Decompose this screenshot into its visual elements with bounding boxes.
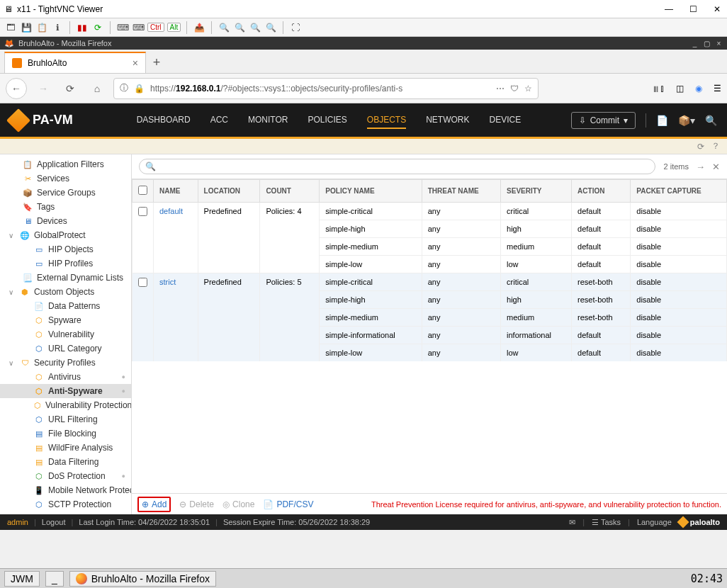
row-checkbox[interactable] <box>138 207 147 216</box>
transfer-icon[interactable]: 📤 <box>193 21 205 34</box>
pdfcsv-button[interactable]: 📄PDF/CSV <box>263 499 313 509</box>
new-tab-button[interactable]: + <box>146 52 167 73</box>
sidebar-item-hip-objects[interactable]: ▭HIP Objects <box>0 242 131 256</box>
sidebar-icon[interactable]: ◫ <box>676 84 684 94</box>
delete-button[interactable]: ⊖Delete <box>179 499 214 509</box>
pause-icon[interactable]: ▮▮ <box>76 21 89 34</box>
clear-icon[interactable]: ✕ <box>712 162 720 172</box>
tab-bruhloalto[interactable]: BruhloAlto × <box>4 52 146 73</box>
sidebar-item-application-filters[interactable]: 📋Application Filters <box>0 157 131 171</box>
sync-icon[interactable]: ⟳ <box>697 142 704 152</box>
save-icon[interactable]: 💾 <box>20 21 33 34</box>
profile-link[interactable]: default <box>159 207 183 215</box>
taskbar-app-firefox[interactable]: BruhloAlto - Mozilla Firefox <box>69 571 216 587</box>
nav-monitor[interactable]: MONITOR <box>248 112 288 129</box>
fullscreen-icon[interactable]: ⛶ <box>289 21 302 34</box>
search-input[interactable]: 🔍 <box>139 159 655 174</box>
url-bar[interactable]: ⓘ 🔒 https://192.168.0.1/?#objects::vsys1… <box>113 78 539 99</box>
sidebar-item-vulnerability[interactable]: ⬡Vulnerability <box>0 327 131 341</box>
nav-objects[interactable]: OBJECTS <box>367 112 406 129</box>
sidebar-item-url-filtering[interactable]: ⬡URL Filtering <box>0 412 131 426</box>
table-row[interactable]: defaultPredefinedPolicies: 4simple-criti… <box>133 203 727 220</box>
col-name[interactable]: NAME <box>154 180 198 203</box>
add-button[interactable]: ⊕Add <box>137 497 171 512</box>
col-count[interactable]: COUNT <box>260 180 320 203</box>
nav-policies[interactable]: POLICIES <box>308 112 346 129</box>
zoom-in-icon[interactable]: 🔍 <box>218 21 230 34</box>
minimize-button[interactable]: — <box>663 4 675 15</box>
sidebar-item-dos-protection[interactable]: ⬡DoS Protection● <box>0 469 131 483</box>
info-icon[interactable]: ℹ <box>51 21 64 34</box>
nav-acc[interactable]: ACC <box>210 112 228 129</box>
mail-icon[interactable]: ✉ <box>569 518 575 527</box>
search-icon[interactable]: 🔍 <box>705 115 717 126</box>
sidebar-item-service-groups[interactable]: 📦Service Groups <box>0 186 131 200</box>
profile-link[interactable]: strict <box>159 278 176 286</box>
sidebar-item-custom-objects[interactable]: ∨⬢Custom Objects <box>0 285 131 299</box>
back-button[interactable]: ← <box>6 78 27 99</box>
ctrl-esc-icon[interactable]: ⌨ <box>132 21 145 34</box>
sidebar-item-devices[interactable]: 🖥Devices <box>0 214 131 228</box>
col-action[interactable]: ACTION <box>572 180 631 203</box>
nav-network[interactable]: NETWORK <box>426 112 469 129</box>
language-link[interactable]: Language <box>637 518 672 526</box>
tracking-icon[interactable]: 🛡 <box>510 84 519 94</box>
sidebar-item-tags[interactable]: 🔖Tags <box>0 200 131 214</box>
object-icon[interactable]: 📦▾ <box>678 115 695 126</box>
cad-icon[interactable]: ⌨ <box>116 21 129 34</box>
zoom-100-icon[interactable]: 🔍 <box>249 21 261 34</box>
ff-min-button[interactable]: _ <box>691 40 699 47</box>
config-icon[interactable]: 📄 <box>656 115 668 126</box>
tasks-link[interactable]: ☰ Tasks <box>592 518 621 527</box>
sidebar-item-vulnerability-protection[interactable]: ⬡Vulnerability Protection● <box>0 398 131 412</box>
sidebar-item-file-blocking[interactable]: ▤File Blocking <box>0 426 131 441</box>
zoom-auto-icon[interactable]: 🔍 <box>264 21 277 34</box>
help-icon[interactable]: ？ <box>711 140 720 152</box>
sidebar-item-sctp-protection[interactable]: ⬡SCTP Protection <box>0 497 131 511</box>
goto-icon[interactable]: → <box>696 162 705 172</box>
col-policy[interactable]: POLICY NAME <box>320 180 422 203</box>
table-row[interactable]: strictPredefinedPolicies: 5simple-critic… <box>133 273 727 291</box>
row-checkbox[interactable] <box>138 278 147 287</box>
site-info-icon[interactable]: ⓘ <box>120 82 128 94</box>
close-button[interactable]: ✕ <box>711 4 723 15</box>
nav-device[interactable]: DEVICE <box>490 112 522 129</box>
home-button[interactable]: ⌂ <box>86 78 108 99</box>
col-severity[interactable]: SEVERITY <box>501 180 572 203</box>
commit-button[interactable]: ⇩Commit▾ <box>571 112 636 129</box>
sidebar-item-mobile-network-protect[interactable]: 📱Mobile Network Protect <box>0 483 131 497</box>
sidebar-item-external-dynamic-lists[interactable]: 📃External Dynamic Lists <box>0 271 131 285</box>
select-all-checkbox[interactable] <box>138 186 147 195</box>
reload-button[interactable]: ⟳ <box>60 78 81 99</box>
ff-close-button[interactable]: × <box>715 40 723 47</box>
alt-key[interactable]: Alt <box>167 23 181 32</box>
sidebar-item-data-filtering[interactable]: ▤Data Filtering <box>0 455 131 469</box>
bookmark-icon[interactable]: ☆ <box>524 84 532 94</box>
tab-close-icon[interactable]: × <box>133 57 138 69</box>
sidebar-item-spyware[interactable]: ⬡Spyware <box>0 313 131 327</box>
options-icon[interactable]: 📋 <box>35 21 48 34</box>
ff-max-button[interactable]: ▢ <box>703 40 711 47</box>
col-threat[interactable]: THREAT NAME <box>422 180 500 203</box>
sidebar-item-url-category[interactable]: ⬡URL Category <box>0 341 131 356</box>
sidebar-item-security-profiles[interactable]: ∨🛡Security Profiles <box>0 356 131 370</box>
menu-icon[interactable]: ☰ <box>714 84 721 94</box>
sidebar-item-hip-profiles[interactable]: ▭HIP Profiles <box>0 256 131 271</box>
clone-button[interactable]: ◎Clone <box>222 499 254 509</box>
nav-dashboard[interactable]: DASHBOARD <box>137 112 191 129</box>
sidebar-item-data-patterns[interactable]: 📄Data Patterns <box>0 299 131 313</box>
new-connection-icon[interactable]: 🗔 <box>4 21 17 34</box>
maximize-button[interactable]: ☐ <box>687 4 699 15</box>
sidebar-item-anti-spyware[interactable]: ⬡Anti-Spyware● <box>0 384 131 398</box>
logout-link[interactable]: Logout <box>42 518 66 526</box>
col-location[interactable]: LOCATION <box>198 180 260 203</box>
sidebar-item-antivirus[interactable]: ⬡Antivirus● <box>0 370 131 384</box>
refresh-icon[interactable]: ⟳ <box>91 21 104 34</box>
sidebar-item-services[interactable]: ✂Services <box>0 171 131 186</box>
library-icon[interactable]: ⫼⫿ <box>652 84 665 94</box>
account-icon[interactable]: ◉ <box>695 84 702 94</box>
jwm-menu[interactable]: JWM <box>4 571 40 587</box>
col-capture[interactable]: PACKET CAPTURE <box>631 180 727 203</box>
sidebar-item-globalprotect[interactable]: ∨🌐GlobalProtect <box>0 228 131 242</box>
sidebar-item-wildfire-analysis[interactable]: ▤WildFire Analysis <box>0 441 131 455</box>
